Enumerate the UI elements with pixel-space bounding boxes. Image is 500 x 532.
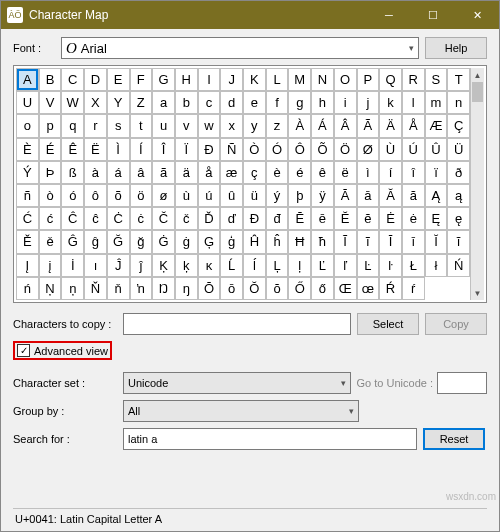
char-cell[interactable]: ģ [220, 230, 243, 253]
char-cell[interactable]: y [243, 114, 266, 137]
scroll-up-icon[interactable]: ▲ [471, 68, 484, 82]
char-cell[interactable]: Ú [402, 138, 425, 161]
char-cell[interactable]: W [61, 91, 84, 114]
char-cell[interactable]: q [61, 114, 84, 137]
char-cell[interactable]: ļ [288, 254, 311, 277]
char-cell[interactable]: u [152, 114, 175, 137]
char-cell[interactable]: â [130, 161, 153, 184]
char-cell[interactable]: Ċ [107, 207, 130, 230]
char-cell[interactable]: í [379, 161, 402, 184]
char-cell[interactable]: Ă [379, 184, 402, 207]
char-cell[interactable]: z [266, 114, 289, 137]
char-cell[interactable]: ŉ [130, 277, 153, 300]
reset-button[interactable]: Reset [423, 428, 485, 450]
char-cell[interactable]: m [425, 91, 448, 114]
char-cell[interactable]: Đ [243, 207, 266, 230]
copy-button[interactable]: Copy [425, 313, 487, 335]
char-cell[interactable]: É [39, 138, 62, 161]
charset-combobox[interactable]: Unicode ▾ [123, 372, 351, 394]
advanced-view-checkbox[interactable]: ✓ Advanced view [17, 344, 108, 357]
char-cell[interactable]: ô [84, 184, 107, 207]
char-cell[interactable]: Ø [357, 138, 380, 161]
char-cell[interactable]: Ò [243, 138, 266, 161]
char-cell[interactable]: X [84, 91, 107, 114]
char-cell[interactable]: ġ [175, 230, 198, 253]
char-cell[interactable]: Ģ [198, 230, 221, 253]
goto-unicode-input[interactable] [437, 372, 487, 394]
char-cell[interactable]: î [402, 161, 425, 184]
char-cell[interactable]: U [16, 91, 39, 114]
char-cell[interactable]: ŀ [379, 254, 402, 277]
char-cell[interactable]: K [243, 68, 266, 91]
char-cell[interactable]: á [107, 161, 130, 184]
char-cell[interactable]: Ķ [152, 254, 175, 277]
char-cell[interactable]: ç [243, 161, 266, 184]
char-cell[interactable]: ß [61, 161, 84, 184]
char-cell[interactable]: ð [447, 161, 470, 184]
char-cell[interactable]: D [84, 68, 107, 91]
char-cell[interactable]: J [220, 68, 243, 91]
char-cell[interactable]: c [198, 91, 221, 114]
char-cell[interactable]: ğ [130, 230, 153, 253]
char-cell[interactable]: Ā [334, 184, 357, 207]
char-cell[interactable]: ö [130, 184, 153, 207]
char-cell[interactable]: Ě [16, 230, 39, 253]
char-cell[interactable]: Ć [16, 207, 39, 230]
char-cell[interactable]: Ĕ [334, 207, 357, 230]
char-cell[interactable]: Ð [198, 138, 221, 161]
characters-to-copy-input[interactable] [123, 313, 351, 335]
char-cell[interactable]: ĕ [357, 207, 380, 230]
char-cell[interactable]: n [447, 91, 470, 114]
char-cell[interactable]: l [402, 91, 425, 114]
help-button[interactable]: Help [425, 37, 487, 59]
char-cell[interactable]: o [16, 114, 39, 137]
char-cell[interactable]: Ą [425, 184, 448, 207]
char-cell[interactable]: ù [175, 184, 198, 207]
char-cell[interactable]: ń [16, 277, 39, 300]
char-cell[interactable]: Ņ [39, 277, 62, 300]
char-cell[interactable]: p [39, 114, 62, 137]
char-cell[interactable]: à [84, 161, 107, 184]
char-cell[interactable]: j [357, 91, 380, 114]
char-cell[interactable]: Ì [107, 138, 130, 161]
char-cell[interactable]: č [175, 207, 198, 230]
char-cell[interactable]: Ď [198, 207, 221, 230]
char-cell[interactable]: Ê [61, 138, 84, 161]
char-cell[interactable]: ñ [16, 184, 39, 207]
char-cell[interactable]: ī [402, 230, 425, 253]
char-cell[interactable]: w [198, 114, 221, 137]
scroll-down-icon[interactable]: ▼ [471, 286, 484, 300]
char-cell[interactable]: è [266, 161, 289, 184]
char-cell[interactable]: È [16, 138, 39, 161]
char-cell[interactable]: Ī [379, 230, 402, 253]
char-cell[interactable]: Ó [266, 138, 289, 161]
char-cell[interactable]: ě [39, 230, 62, 253]
char-cell[interactable]: Ġ [152, 230, 175, 253]
char-cell[interactable]: ď [220, 207, 243, 230]
char-cell[interactable]: ċ [130, 207, 153, 230]
char-cell[interactable]: Ĥ [243, 230, 266, 253]
char-cell[interactable]: Ē [288, 207, 311, 230]
grid-scrollbar[interactable]: ▲ ▼ [470, 68, 484, 300]
char-cell[interactable]: Ô [288, 138, 311, 161]
char-cell[interactable]: G [152, 68, 175, 91]
char-cell[interactable]: Å [402, 114, 425, 137]
char-cell[interactable]: F [130, 68, 153, 91]
char-cell[interactable]: ŋ [175, 277, 198, 300]
char-cell[interactable]: V [39, 91, 62, 114]
groupby-combobox[interactable]: All ▾ [123, 400, 359, 422]
char-cell[interactable]: Ŀ [357, 254, 380, 277]
char-cell[interactable]: é [288, 161, 311, 184]
char-cell[interactable]: Ŕ [379, 277, 402, 300]
char-cell[interactable]: P [357, 68, 380, 91]
char-cell[interactable]: Ğ [107, 230, 130, 253]
char-cell[interactable]: Y [107, 91, 130, 114]
char-cell[interactable]: Į [16, 254, 39, 277]
char-cell[interactable]: A [16, 68, 39, 91]
char-cell[interactable]: Ĵ [107, 254, 130, 277]
char-cell[interactable]: ï [425, 161, 448, 184]
char-cell[interactable]: ć [39, 207, 62, 230]
char-cell[interactable]: ē [311, 207, 334, 230]
char-cell[interactable]: ò [39, 184, 62, 207]
char-cell[interactable]: T [447, 68, 470, 91]
